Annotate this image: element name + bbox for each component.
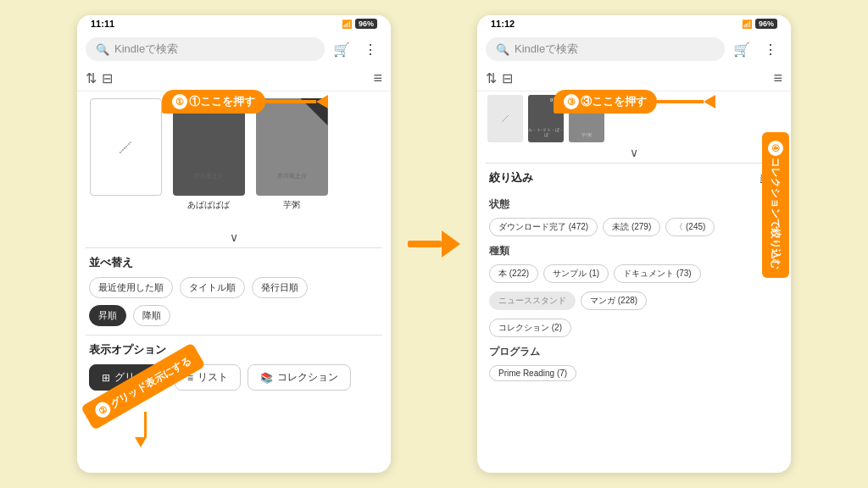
- big-arrow-head: [442, 230, 460, 258]
- right-type-chips-2: ニューススタンド マンガ (228): [477, 289, 791, 313]
- right-type-chips-3: コレクション (2): [477, 316, 791, 340]
- display-btn-list[interactable]: ≡ リスト: [175, 364, 241, 391]
- left-wifi-icon: 📶: [342, 19, 352, 29]
- right-time: 11:12: [491, 19, 515, 29]
- book-progress-1: 97%: [222, 102, 241, 111]
- annot2-arrow-group: [124, 412, 147, 447]
- book-title-2: 芋粥: [283, 199, 300, 211]
- annot2-shaft: [144, 412, 147, 437]
- book-cover-0[interactable]: ⟋: [90, 98, 162, 196]
- sort-btn-date[interactable]: 発行日順: [252, 277, 308, 298]
- right-grid-toggle-icon[interactable]: ≡: [773, 69, 782, 87]
- left-more-icon[interactable]: ⋮: [359, 37, 382, 61]
- left-display-title: 表示オプション: [77, 336, 391, 361]
- left-search-input[interactable]: 🔍 Kindleで検索: [86, 37, 325, 61]
- display-btn-grid[interactable]: ⊞ グリッド: [89, 364, 168, 391]
- collection-icon: 📚: [260, 372, 273, 384]
- left-search-icon: 🔍: [96, 43, 109, 56]
- left-sort-icon[interactable]: ⊟: [102, 70, 113, 86]
- order-btn-asc[interactable]: 昇順: [89, 305, 126, 326]
- left-collapse-row: ∨: [77, 227, 391, 247]
- sort-btn-title[interactable]: タイトル順: [180, 277, 245, 298]
- left-book-grid: ⟋ 97% 芥川竜之介 あばばばば 芥川竜之介 芋粥: [77, 92, 391, 227]
- display-btn-collection[interactable]: 📚 コレクション: [248, 364, 351, 391]
- left-phone-panel: 11:11 📶 96% 🔍 Kindleで検索 🛒 ⋮ ⇅ ⊟ ≡ ⟋ 9: [77, 15, 391, 473]
- left-sort-title: 並べ替え: [77, 248, 391, 274]
- book-symbol-0: ⟋: [114, 133, 137, 161]
- left-collapse-icon[interactable]: ∨: [230, 230, 238, 244]
- right-sort-icon[interactable]: ⊟: [502, 70, 513, 86]
- list-icon: ≡: [187, 372, 193, 384]
- right-toolbar-left: ⇅ ⊟: [486, 70, 513, 86]
- right-books-preview: ⟋ 97% ル・ト-ドト・ぼ・ぼ 芋/粥: [477, 92, 791, 142]
- right-book-badge-1: 97%: [548, 97, 562, 103]
- book-item-2: 芥川竜之介 芋粥: [253, 98, 330, 220]
- right-filter-icon[interactable]: ⇅: [486, 70, 497, 86]
- left-search-placeholder: Kindleで検索: [114, 42, 178, 57]
- left-sort-options: 最近使用した順 タイトル順 発行日順: [77, 274, 391, 302]
- right-program-chips: Prime Reading (7): [477, 363, 791, 384]
- right-collapse-icon[interactable]: ∨: [630, 146, 638, 159]
- book-item-1: 97% 芥川竜之介 あばばばば: [170, 98, 247, 220]
- right-cart-icon[interactable]: 🛒: [730, 37, 754, 61]
- left-cart-icon[interactable]: 🛒: [330, 37, 353, 61]
- chip-prime-reading[interactable]: Prime Reading (7): [489, 365, 576, 381]
- right-corner-badge-2: [589, 95, 604, 110]
- left-order-btns: 昇順 降順: [77, 302, 391, 330]
- right-status-chips: ダウンロード完了 (472) 未読 (279) 〈 (245): [477, 215, 791, 239]
- right-type-chips: 本 (222) サンプル (1) ドキュメント (73): [477, 262, 791, 286]
- right-clear-btn[interactable]: 削除: [760, 172, 779, 185]
- left-status-bar: 11:11 📶 96%: [77, 15, 391, 32]
- book-item-0: ⟋: [87, 98, 164, 220]
- annot2-circle: ②: [92, 399, 114, 420]
- left-filter-icon[interactable]: ⇅: [86, 70, 97, 86]
- chip-collection[interactable]: コレクション (2): [489, 319, 571, 337]
- book-cover-1[interactable]: 97% 芥川竜之介: [173, 98, 245, 196]
- right-book-preview-1: 97% ル・ト-ドト・ぼ・ぼ: [528, 95, 564, 142]
- chip-unread[interactable]: 未読 (279): [603, 218, 660, 236]
- chip-download[interactable]: ダウンロード完了 (472): [489, 218, 598, 236]
- right-status-right: 📶 96%: [742, 19, 777, 29]
- right-book-author-2: 芋/粥: [569, 132, 604, 137]
- right-toolbar: ⇅ ⊟ ≡: [477, 66, 791, 92]
- right-book-preview-2: 芋/粥: [569, 95, 604, 142]
- right-filter-top: 絞り込み 削除: [477, 164, 791, 192]
- book-title-1: あばばばば: [187, 199, 230, 211]
- right-more-icon[interactable]: ⋮: [759, 37, 782, 61]
- book-line-1: 芥川竜之介: [183, 172, 234, 180]
- left-toolbar: ⇅ ⊟ ≡: [77, 66, 391, 92]
- annot2-arrowhead: [135, 437, 147, 447]
- book-cover-2[interactable]: 芥川竜之介: [256, 98, 328, 196]
- right-filter-title: 絞り込み: [489, 167, 533, 189]
- chip-read[interactable]: 〈 (245): [665, 218, 715, 236]
- chip-news[interactable]: ニューススタンド: [489, 291, 576, 310]
- left-display-options: ⊞ グリッド ≡ リスト 📚 コレクション: [77, 361, 391, 394]
- list-label: リスト: [198, 370, 228, 385]
- right-collapse-row: ∨: [477, 142, 791, 163]
- left-toolbar-left: ⇅ ⊟: [86, 70, 113, 86]
- right-search-input[interactable]: 🔍 Kindleで検索: [486, 37, 725, 61]
- right-book-preview-0: ⟋: [487, 95, 523, 142]
- right-status-label: 状態: [477, 192, 791, 215]
- right-status-bar: 11:12 📶 96%: [477, 15, 791, 32]
- right-search-row: 🔍 Kindleで検索 🛒 ⋮: [477, 32, 791, 66]
- sort-btn-recent[interactable]: 最近使用した順: [89, 277, 173, 298]
- right-phone-panel: 11:12 📶 96% 🔍 Kindleで検索 🛒 ⋮ ⇅ ⊟ ≡ ⟋ 97% …: [477, 15, 791, 473]
- right-program-label: プログラム: [477, 340, 791, 363]
- chip-book[interactable]: 本 (222): [489, 264, 538, 283]
- collection-label: コレクション: [277, 370, 338, 385]
- left-grid-toggle-icon[interactable]: ≡: [373, 69, 382, 87]
- right-book-author-1: ル・ト-ドト・ぼ・ぼ: [528, 127, 564, 137]
- big-arrow-shaft: [408, 241, 442, 247]
- left-battery: 96%: [355, 19, 377, 29]
- right-search-placeholder: Kindleで検索: [515, 42, 578, 57]
- chip-manga[interactable]: マンガ (228): [581, 291, 647, 310]
- right-battery: 96%: [755, 19, 777, 29]
- left-time: 11:11: [91, 19, 114, 29]
- chip-sample[interactable]: サンプル (1): [543, 264, 609, 283]
- chip-doc[interactable]: ドキュメント (73): [614, 264, 701, 283]
- right-wifi-icon: 📶: [742, 19, 752, 29]
- grid-icon: ⊞: [102, 372, 110, 384]
- order-btn-desc[interactable]: 降順: [133, 305, 170, 326]
- book-corner-badge-2: [301, 98, 328, 125]
